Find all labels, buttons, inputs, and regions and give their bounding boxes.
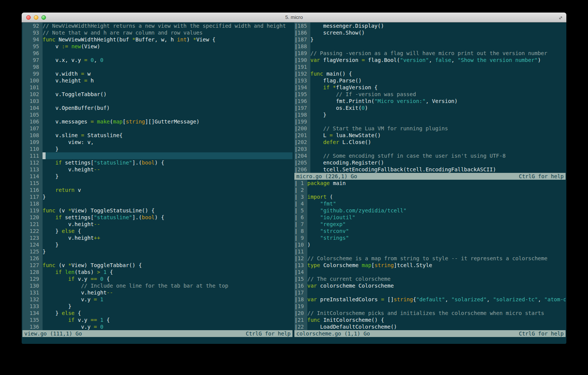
code-text[interactable]: }	[43, 248, 292, 255]
code-text[interactable]	[307, 269, 566, 275]
code-text[interactable]: func NewViewWidthHeight(buf *Buffer, w, …	[43, 36, 292, 43]
code-text[interactable]: if v.y == 0 {	[43, 275, 292, 282]
code-text[interactable]: v.width = w	[43, 70, 292, 77]
code-text[interactable]: // InitColorscheme picks and initializes…	[307, 310, 566, 316]
code-text[interactable]: messenger.Display()	[310, 22, 566, 29]
code-text[interactable]: "github.com/zyedidia/tcell"	[307, 207, 566, 214]
split-divider-bar: |	[294, 187, 297, 193]
code-text[interactable]	[43, 63, 292, 70]
code-text[interactable]	[43, 84, 292, 91]
code-line: |10)	[294, 241, 566, 248]
code-text[interactable]: fmt.Println("Micro version:", Version)	[310, 98, 566, 104]
code-text[interactable]: var colorscheme Colorscheme	[307, 282, 566, 289]
code-text[interactable]: v.height--	[43, 166, 292, 173]
code-text[interactable]	[310, 118, 566, 125]
code-text[interactable]: // Some encoding stuff in case the user …	[310, 152, 566, 159]
code-text[interactable]: L = lua.NewState()	[310, 132, 566, 139]
code-text[interactable]: }	[43, 241, 292, 248]
code-text[interactable]: "regexp"	[307, 221, 566, 228]
code-text[interactable]: v.x, v.y = 0, 0	[43, 57, 292, 63]
code-text[interactable]: // Include one line for the tab bar at t…	[43, 282, 292, 289]
code-text[interactable]: }	[43, 193, 292, 200]
fullscreen-icon[interactable]	[558, 15, 563, 20]
code-text[interactable]: v.height--	[43, 221, 292, 228]
code-text[interactable]: v.OpenBuffer(buf)	[43, 104, 292, 111]
code-text[interactable]: if *flagVersion {	[310, 84, 566, 91]
code-text[interactable]: v.sline = Statusline{	[43, 132, 292, 139]
line-number: 124	[22, 241, 43, 248]
code-text[interactable]: func (v *View) ToggleStatusLine() {	[43, 207, 292, 214]
code-text[interactable]: "strconv"	[307, 228, 566, 234]
code-text[interactable]: view: v,	[43, 139, 292, 146]
code-text[interactable]: "io/ioutil"	[307, 214, 566, 221]
code-text[interactable]: flag.Parse()	[310, 77, 566, 84]
code-text[interactable]: func InitColorscheme() {	[307, 316, 566, 323]
code-text[interactable]: // Colorscheme is a map from string to s…	[307, 255, 566, 262]
line-number: 191	[297, 63, 310, 70]
line-number: 6	[297, 214, 307, 221]
code-text[interactable]: v.height = h	[43, 77, 292, 84]
code-text[interactable]	[307, 303, 566, 310]
code-text[interactable]: if settings["statusline"].(bool) {	[43, 214, 292, 221]
code-text[interactable]: tcell.SetEncodingFallback(tcell.Encoding…	[310, 166, 566, 173]
code-text[interactable]: defer L.Close()	[310, 139, 566, 146]
code-line: |190var flagVersion = flag.Bool("version…	[294, 57, 566, 63]
code-text[interactable]: // Note that w and h are raw column and …	[43, 29, 292, 36]
code-text[interactable]: v := new(View)	[43, 43, 292, 50]
code-text[interactable]: v.height--	[43, 289, 292, 296]
code-text[interactable]	[43, 111, 292, 118]
line-number: 2	[297, 187, 307, 193]
line-number: 105	[22, 111, 43, 118]
code-text[interactable]	[307, 248, 566, 255]
code-text[interactable]: os.Exit(0)	[310, 104, 566, 111]
code-text[interactable]: )	[307, 241, 566, 248]
code-text[interactable]: // NewViewWidthHeight returns a new view…	[43, 22, 292, 29]
code-text[interactable]	[307, 289, 566, 296]
code-text[interactable]: }	[310, 36, 566, 43]
code-text[interactable]: } else {	[43, 228, 292, 234]
code-text[interactable]	[43, 98, 292, 104]
code-text[interactable]: // If -version was passed	[310, 91, 566, 98]
code-text[interactable]: type Colorscheme map[string]tcell.Style	[307, 262, 566, 269]
code-text[interactable]: v.y = 0	[43, 323, 292, 330]
code-text[interactable]: return v	[43, 187, 292, 193]
code-text[interactable]	[43, 200, 292, 207]
code-text[interactable]: v.ToggleTabbar()	[43, 91, 292, 98]
code-text[interactable]: }	[43, 146, 292, 152]
code-text[interactable]: var preInstalledColors = []string{"defau…	[307, 296, 566, 303]
code-text[interactable]: // Passing -version as a flag will have …	[310, 50, 566, 57]
code-text[interactable]: "strings"	[307, 234, 566, 241]
code-text[interactable]: func (v *View) ToggleTabbar() {	[43, 262, 292, 269]
code-text[interactable]: }	[43, 173, 292, 180]
code-text[interactable]	[43, 50, 292, 57]
code-text[interactable]	[310, 146, 566, 152]
code-text[interactable]: // Start the Lua VM for running plugins	[310, 125, 566, 132]
code-text[interactable]: } else {	[43, 310, 292, 316]
code-text[interactable]: package main	[307, 180, 566, 187]
code-text[interactable]: "fmt"	[307, 200, 566, 207]
code-text[interactable]: v.height++	[43, 234, 292, 241]
code-text[interactable]: }	[310, 111, 566, 118]
code-text[interactable]	[310, 63, 566, 70]
code-text[interactable]	[43, 152, 292, 159]
command-line[interactable]	[22, 337, 566, 344]
code-text[interactable]: func main() {	[310, 70, 566, 77]
code-text[interactable]: }	[43, 303, 292, 310]
code-text[interactable]: if len(tabs) > 1 {	[43, 269, 292, 275]
code-text[interactable]	[310, 43, 566, 50]
code-text[interactable]	[43, 180, 292, 187]
code-text[interactable]: if settings["statusline"].(bool) {	[43, 159, 292, 166]
code-text[interactable]: var flagVersion = flag.Bool("version", f…	[310, 57, 566, 63]
code-text[interactable]	[43, 255, 292, 262]
code-text[interactable]: import (	[307, 193, 566, 200]
code-text[interactable]: screen.Show()	[310, 29, 566, 36]
code-text[interactable]: encoding.Register()	[310, 159, 566, 166]
titlebar[interactable]: 5. micro	[22, 13, 566, 22]
code-text[interactable]	[43, 125, 292, 132]
code-text[interactable]: v.y = 1	[43, 296, 292, 303]
code-text[interactable]	[307, 187, 566, 193]
code-text[interactable]: v.messages = make(map[string][]GutterMes…	[43, 118, 292, 125]
code-text[interactable]: LoadDefaultColorscheme()	[307, 323, 566, 330]
code-text[interactable]: if v.y == 1 {	[43, 316, 292, 323]
code-text[interactable]: // The current colorscheme	[307, 275, 566, 282]
